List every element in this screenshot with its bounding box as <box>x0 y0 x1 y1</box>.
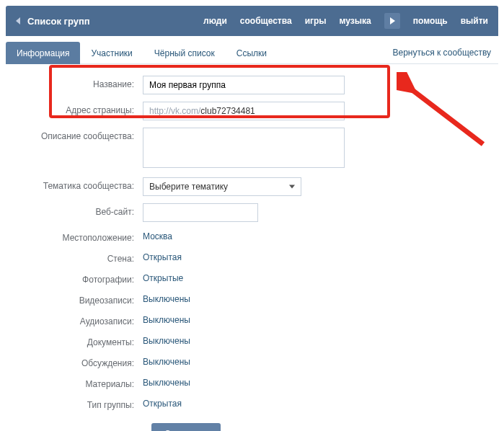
tab-blacklist[interactable]: Чёрный список <box>143 42 226 64</box>
videos-value[interactable]: Выключены <box>143 292 190 304</box>
name-label: Название: <box>27 76 143 89</box>
breadcrumb[interactable]: Список групп <box>27 16 203 27</box>
nav-music[interactable]: музыка <box>340 16 371 26</box>
tab-info[interactable]: Информация <box>6 42 80 64</box>
nav-logout[interactable]: выйти <box>461 16 488 26</box>
description-label: Описание сообщества: <box>27 128 143 141</box>
play-button[interactable] <box>384 13 400 29</box>
audios-label: Аудиозаписи: <box>27 313 143 326</box>
discussions-value[interactable]: Выключены <box>143 355 190 367</box>
materials-label: Материалы: <box>27 376 143 389</box>
address-input[interactable]: http://vk.com/club72734481 <box>143 102 345 120</box>
location-value[interactable]: Москва <box>143 229 172 241</box>
videos-label: Видеозаписи: <box>27 292 143 306</box>
topbar: Список групп люди сообщества игры музыка… <box>6 6 498 36</box>
photos-value[interactable]: Открытые <box>143 271 183 283</box>
save-button[interactable]: Сохранить <box>151 423 221 431</box>
nav-games[interactable]: игры <box>305 16 327 26</box>
docs-label: Документы: <box>27 334 143 347</box>
nav-people[interactable]: люди <box>203 16 227 26</box>
nav-help[interactable]: помощь <box>413 16 448 26</box>
topic-select-value: Выберите тематику <box>149 182 228 192</box>
nav-communities[interactable]: сообщества <box>240 16 292 26</box>
location-label: Местоположение: <box>27 229 143 243</box>
materials-value[interactable]: Выключены <box>143 376 190 388</box>
audios-value[interactable]: Выключены <box>143 313 190 325</box>
back-arrow-icon[interactable] <box>16 17 20 25</box>
description-textarea[interactable] <box>143 128 345 168</box>
tabs-bar: Информация Участники Чёрный список Ссылк… <box>6 36 498 64</box>
tab-members[interactable]: Участники <box>80 42 143 64</box>
docs-value[interactable]: Выключены <box>143 334 190 346</box>
address-prefix: http://vk.com/ <box>149 106 200 116</box>
back-to-community-link[interactable]: Вернуться к сообществу <box>392 42 498 63</box>
name-input[interactable] <box>143 76 345 94</box>
wall-value[interactable]: Открытая <box>143 250 182 262</box>
address-suffix: club72734481 <box>200 106 255 116</box>
address-label: Адрес страницы: <box>27 102 143 115</box>
group-type-value[interactable]: Открытая <box>143 396 182 409</box>
website-label: Веб-сайт: <box>27 203 143 217</box>
tab-links[interactable]: Ссылки <box>226 42 278 64</box>
nav-links: люди сообщества игры музыка помощь выйти <box>203 13 488 29</box>
topic-label: Тематика сообщества: <box>27 177 143 191</box>
group-type-label: Тип группы: <box>27 396 143 410</box>
photos-label: Фотографии: <box>27 271 143 285</box>
discussions-label: Обсуждения: <box>27 355 143 368</box>
topic-select[interactable]: Выберите тематику <box>143 177 301 196</box>
play-icon <box>390 17 395 25</box>
form-area: Название: Адрес страницы: http://vk.com/… <box>6 64 498 431</box>
wall-label: Стена: <box>27 250 143 264</box>
website-input[interactable] <box>143 203 258 222</box>
